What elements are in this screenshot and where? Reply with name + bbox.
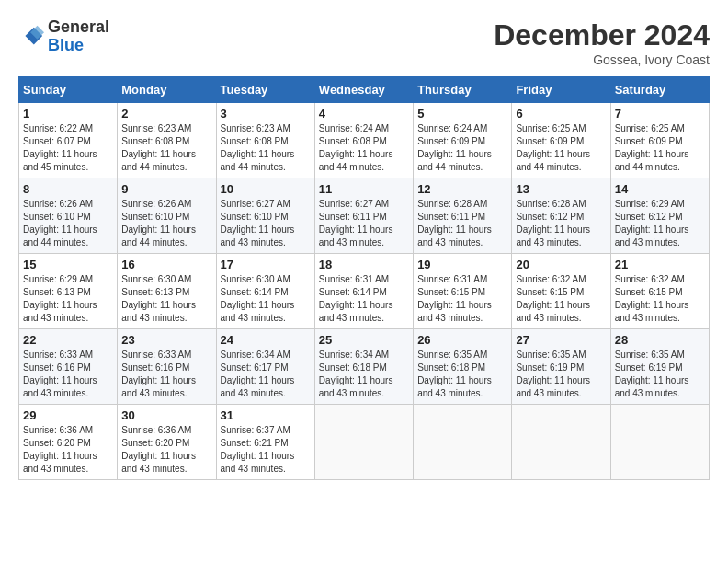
day-number: 29 [23,408,113,422]
calendar-cell: 19Sunrise: 6:31 AM Sunset: 6:15 PM Dayli… [414,254,512,329]
calendar-cell: 5Sunrise: 6:24 AM Sunset: 6:09 PM Daylig… [414,103,512,178]
calendar-cell: 22Sunrise: 6:33 AM Sunset: 6:16 PM Dayli… [19,329,118,405]
calendar-cell: 27Sunrise: 6:35 AM Sunset: 6:19 PM Dayli… [512,329,610,405]
day-detail: Sunrise: 6:32 AM Sunset: 6:15 PM Dayligh… [615,273,705,325]
calendar-cell: 6Sunrise: 6:25 AM Sunset: 6:09 PM Daylig… [512,103,610,178]
calendar-cell: 8Sunrise: 6:26 AM Sunset: 6:10 PM Daylig… [19,178,118,254]
day-number: 23 [121,333,211,347]
day-detail: Sunrise: 6:36 AM Sunset: 6:20 PM Dayligh… [121,424,211,476]
logo-icon [18,24,44,50]
calendar-cell [512,405,610,480]
day-number: 15 [23,258,113,271]
day-number: 26 [417,333,507,347]
day-detail: Sunrise: 6:34 AM Sunset: 6:17 PM Dayligh… [221,349,311,400]
day-number: 18 [319,258,409,271]
day-number: 2 [121,107,211,121]
weekday-header-row: SundayMondayTuesdayWednesdayThursdayFrid… [19,77,710,103]
weekday-friday: Friday [512,77,610,103]
logo-blue: Blue [48,36,84,54]
calendar-cell: 28Sunrise: 6:35 AM Sunset: 6:19 PM Dayli… [610,329,709,405]
calendar-cell: 12Sunrise: 6:28 AM Sunset: 6:11 PM Dayli… [414,178,512,254]
calendar-cell: 2Sunrise: 6:23 AM Sunset: 6:08 PM Daylig… [118,103,216,178]
day-number: 30 [121,408,211,422]
day-detail: Sunrise: 6:36 AM Sunset: 6:20 PM Dayligh… [23,424,113,476]
day-detail: Sunrise: 6:23 AM Sunset: 6:08 PM Dayligh… [121,122,211,174]
location: Gossea, Ivory Coast [494,52,710,67]
calendar-cell: 9Sunrise: 6:26 AM Sunset: 6:10 PM Daylig… [118,178,216,254]
day-number: 11 [319,182,409,196]
calendar-week-5: 29Sunrise: 6:36 AM Sunset: 6:20 PM Dayli… [19,405,710,480]
calendar-body: 1Sunrise: 6:22 AM Sunset: 6:07 PM Daylig… [19,103,710,480]
day-detail: Sunrise: 6:23 AM Sunset: 6:08 PM Dayligh… [221,122,311,174]
weekday-wednesday: Wednesday [314,77,413,103]
weekday-sunday: Sunday [19,77,118,103]
day-detail: Sunrise: 6:30 AM Sunset: 6:14 PM Dayligh… [221,273,311,325]
day-number: 22 [23,333,113,347]
logo: General Blue [18,18,109,55]
day-detail: Sunrise: 6:31 AM Sunset: 6:14 PM Dayligh… [319,273,409,325]
day-number: 7 [615,107,705,121]
calendar-cell: 26Sunrise: 6:35 AM Sunset: 6:18 PM Dayli… [414,329,512,405]
logo-text: General Blue [48,18,109,55]
day-number: 6 [516,107,606,121]
calendar-cell: 25Sunrise: 6:34 AM Sunset: 6:18 PM Dayli… [314,329,413,405]
calendar-week-4: 22Sunrise: 6:33 AM Sunset: 6:16 PM Dayli… [19,329,710,405]
calendar-cell: 31Sunrise: 6:37 AM Sunset: 6:21 PM Dayli… [216,405,314,480]
day-number: 12 [417,182,507,196]
calendar-cell: 17Sunrise: 6:30 AM Sunset: 6:14 PM Dayli… [216,254,314,329]
day-detail: Sunrise: 6:34 AM Sunset: 6:18 PM Dayligh… [319,349,409,400]
day-detail: Sunrise: 6:28 AM Sunset: 6:12 PM Dayligh… [516,198,606,249]
calendar-week-3: 15Sunrise: 6:29 AM Sunset: 6:13 PM Dayli… [19,254,710,329]
day-number: 16 [121,258,211,271]
calendar-cell: 14Sunrise: 6:29 AM Sunset: 6:12 PM Dayli… [610,178,709,254]
day-detail: Sunrise: 6:37 AM Sunset: 6:21 PM Dayligh… [221,424,311,476]
day-detail: Sunrise: 6:35 AM Sunset: 6:19 PM Dayligh… [516,349,606,400]
day-detail: Sunrise: 6:27 AM Sunset: 6:10 PM Dayligh… [221,198,311,249]
day-detail: Sunrise: 6:32 AM Sunset: 6:15 PM Dayligh… [516,273,606,325]
day-detail: Sunrise: 6:24 AM Sunset: 6:08 PM Dayligh… [319,122,409,174]
day-number: 5 [417,107,507,121]
calendar-cell: 15Sunrise: 6:29 AM Sunset: 6:13 PM Dayli… [19,254,118,329]
day-number: 24 [221,333,311,347]
day-detail: Sunrise: 6:29 AM Sunset: 6:13 PM Dayligh… [23,273,113,325]
weekday-tuesday: Tuesday [216,77,314,103]
calendar-cell [610,405,709,480]
day-number: 21 [615,258,705,271]
calendar-cell: 24Sunrise: 6:34 AM Sunset: 6:17 PM Dayli… [216,329,314,405]
day-number: 3 [221,107,311,121]
day-detail: Sunrise: 6:26 AM Sunset: 6:10 PM Dayligh… [121,198,211,249]
calendar-cell [314,405,413,480]
day-number: 10 [221,182,311,196]
weekday-saturday: Saturday [610,77,709,103]
day-detail: Sunrise: 6:35 AM Sunset: 6:18 PM Dayligh… [417,349,507,400]
day-detail: Sunrise: 6:24 AM Sunset: 6:09 PM Dayligh… [417,122,507,174]
day-number: 28 [615,333,705,347]
day-detail: Sunrise: 6:29 AM Sunset: 6:12 PM Dayligh… [615,198,705,249]
calendar-cell: 23Sunrise: 6:33 AM Sunset: 6:16 PM Dayli… [118,329,216,405]
calendar-cell [414,405,512,480]
day-detail: Sunrise: 6:28 AM Sunset: 6:11 PM Dayligh… [417,198,507,249]
day-detail: Sunrise: 6:35 AM Sunset: 6:19 PM Dayligh… [615,349,705,400]
calendar-cell: 13Sunrise: 6:28 AM Sunset: 6:12 PM Dayli… [512,178,610,254]
calendar-cell: 3Sunrise: 6:23 AM Sunset: 6:08 PM Daylig… [216,103,314,178]
day-number: 27 [516,333,606,347]
day-number: 19 [417,258,507,271]
day-detail: Sunrise: 6:26 AM Sunset: 6:10 PM Dayligh… [23,198,113,249]
logo-general: General [48,17,109,36]
day-number: 31 [221,408,311,422]
calendar-cell: 20Sunrise: 6:32 AM Sunset: 6:15 PM Dayli… [512,254,610,329]
day-detail: Sunrise: 6:30 AM Sunset: 6:13 PM Dayligh… [121,273,211,325]
day-number: 25 [319,333,409,347]
month-title: December 2024 [494,18,710,52]
day-number: 8 [23,182,113,196]
calendar-cell: 30Sunrise: 6:36 AM Sunset: 6:20 PM Dayli… [118,405,216,480]
calendar-cell: 10Sunrise: 6:27 AM Sunset: 6:10 PM Dayli… [216,178,314,254]
day-number: 20 [516,258,606,271]
day-detail: Sunrise: 6:33 AM Sunset: 6:16 PM Dayligh… [121,349,211,400]
day-number: 14 [615,182,705,196]
calendar-table: SundayMondayTuesdayWednesdayThursdayFrid… [18,76,710,480]
calendar-week-1: 1Sunrise: 6:22 AM Sunset: 6:07 PM Daylig… [19,103,710,178]
day-number: 13 [516,182,606,196]
calendar-cell: 21Sunrise: 6:32 AM Sunset: 6:15 PM Dayli… [610,254,709,329]
calendar-cell: 18Sunrise: 6:31 AM Sunset: 6:14 PM Dayli… [314,254,413,329]
